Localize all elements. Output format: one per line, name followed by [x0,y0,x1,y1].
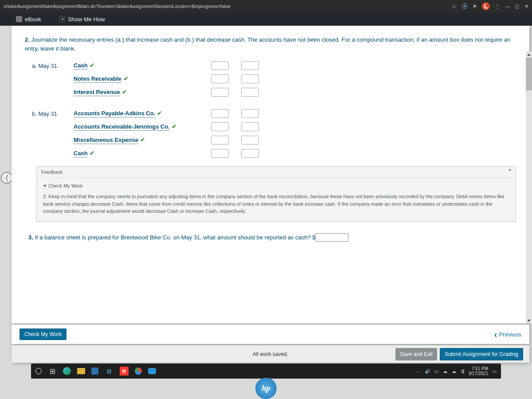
book-icon [16,16,22,22]
debit-field[interactable] [211,61,229,70]
windows-taskbar: ⊞ ⧈ N ︿ 🔊 ▭ ☁ ☁ ⇶ 7:51 PM 3/17/2021 ▭ [31,364,501,379]
journal-row-b2: Accounts Receivable-Jennings Co.✔ [25,120,516,133]
sync-icon[interactable]: ☁ [443,369,447,374]
show-me-how-link[interactable]: Show Me How [59,16,105,23]
save-and-exit-button[interactable]: Save and Exit [395,348,437,360]
journal-row-a3: Interest Revenue✔ [25,86,516,99]
feedback-title: Feedback [41,169,63,175]
currency-symbol: $ [312,234,315,241]
ebook-link[interactable]: eBook [16,16,41,23]
wifi-icon[interactable]: ⇶ [461,369,464,374]
prev-page-arrow[interactable]: 〈 [1,172,12,184]
store-icon[interactable] [91,368,98,375]
account-ap-adkins[interactable]: Accounts Payable-Adkins Co. [74,110,155,117]
address-bar[interactable]: n/takeAssignment/takeAssignmentMain.do?i… [4,4,451,9]
video-icon [59,16,65,22]
credit-field[interactable] [241,122,259,131]
debit-field[interactable] [211,149,229,158]
check-icon: ✔ [90,149,95,156]
q2-number: 2. [25,36,30,43]
workspace: 〈 2. Journalize the necessary entries (a… [0,26,532,399]
task-view-icon[interactable]: ⊞ [48,367,57,376]
collapse-icon[interactable] [509,169,511,171]
scroll-thumb[interactable] [526,58,532,90]
feedback-cmw-toggle[interactable]: Check My Work [43,183,82,190]
maximize-icon[interactable]: ◻ [515,4,519,9]
system-clock[interactable]: 7:51 PM 3/17/2021 [469,366,489,376]
save-status: All work saved. [253,351,289,357]
search-icon[interactable] [35,368,42,374]
chevron-left-icon: ‹ [494,329,497,340]
feedback-panel: Feedback Check My Work 2. Keep in mind t… [36,166,516,222]
page-footer: Check My Work ‹ Previous [12,325,529,344]
debit-field[interactable] [211,109,229,118]
cloud-icon[interactable] [148,368,156,374]
debit-field[interactable] [211,88,229,97]
check-icon: ✔ [172,123,177,130]
assignment-page: 2. Journalize the necessary entries (a.)… [12,26,529,324]
menu-icon[interactable]: ⋮ [494,3,501,10]
file-explorer-icon[interactable] [77,368,85,374]
credit-field[interactable] [241,136,259,145]
credit-field[interactable] [241,109,259,118]
battery-icon[interactable]: ▭ [434,369,438,374]
profile-avatar[interactable]: L [482,2,490,10]
feedback-text: 2. Keep in mind that the company needs t… [43,193,509,215]
q2-text: 2. Journalize the necessary entries (a.)… [25,35,516,53]
check-icon: ✔ [122,88,127,95]
ebook-label: eBook [25,16,41,23]
star-icon[interactable]: ☆ [451,3,457,10]
save-bar: All work saved. Save and Exit Submit Ass… [12,345,529,363]
debit-field[interactable] [211,74,229,83]
account-interest-revenue[interactable]: Interest Revenue [74,89,120,96]
credit-field[interactable] [241,74,259,83]
onedrive-icon[interactable]: ☁ [452,369,456,374]
chrome-icon[interactable] [135,368,142,375]
chevron-up-icon[interactable]: ︿ [416,368,420,374]
close-icon[interactable]: ✕ [524,4,528,9]
journal-row-a2: Notes Receivable✔ [25,72,516,86]
browser-chrome: n/takeAssignment/takeAssignmentMain.do?i… [0,0,532,12]
q3-number: 3. [28,234,33,241]
credit-field[interactable] [241,61,259,70]
cash-amount-input[interactable] [316,233,348,242]
debit-field[interactable] [211,122,229,131]
dropbox-icon[interactable]: ⧈ [105,367,113,376]
notion-icon[interactable]: N [120,367,129,376]
notifications-icon[interactable]: ▭ [493,369,497,374]
check-icon: ✔ [157,110,162,117]
q3-text: If a balance sheet is prepared for Brent… [35,234,310,241]
check-icon: ✔ [90,62,95,69]
submit-assignment-button[interactable]: Submit Assignment for Grading [440,348,523,360]
chevron-down-icon [43,185,47,187]
account-notes-receivable[interactable]: Notes Receivable [74,75,121,83]
q3-block: 3. If a balance sheet is prepared for Br… [28,231,516,242]
volume-icon[interactable]: 🔊 [425,369,430,374]
credit-field[interactable] [241,88,259,97]
assignment-toolbar: eBook Show Me How [0,12,532,26]
edge-icon[interactable] [63,367,71,375]
translate-icon[interactable]: ⦿ [462,3,468,10]
minimize-icon[interactable]: — [505,4,510,9]
debit-field[interactable] [211,136,229,145]
check-icon: ✔ [123,75,129,82]
account-misc-expense[interactable]: Miscellaneous Expense [74,137,138,144]
scroll-down-icon[interactable] [526,317,532,324]
account-cash-credit[interactable]: Cash [74,150,88,157]
account-cash[interactable]: Cash [74,62,88,70]
extension-icon[interactable]: ✶ [472,3,477,10]
check-icon: ✔ [140,136,145,143]
hp-logo: hp [255,378,277,399]
check-my-work-button[interactable]: Check My Work [20,329,66,340]
scroll-up-icon[interactable] [526,51,532,58]
date-a: a. May 31 [25,63,74,69]
journal-row-a1: a. May 31 Cash✔ [25,59,516,72]
previous-button[interactable]: ‹ Previous [494,329,521,340]
account-ar-jennings[interactable]: Accounts Receivable-Jennings Co. [74,123,170,131]
journal-entries: a. May 31 Cash✔ Notes Receivable✔ Intere… [25,59,516,160]
show-me-how-label: Show Me How [68,16,105,23]
credit-field[interactable] [241,149,259,158]
scrollbar[interactable] [526,51,532,324]
journal-row-b4: Cash✔ [25,147,516,160]
date-b: b. May 31 [25,110,74,117]
